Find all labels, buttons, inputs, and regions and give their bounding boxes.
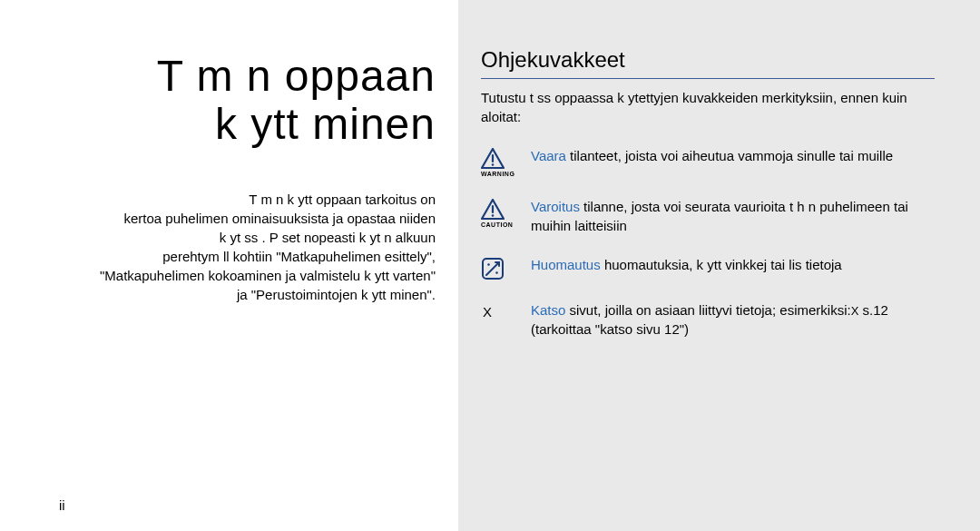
keyword: Katso xyxy=(531,302,565,318)
svg-point-1 xyxy=(492,163,495,166)
icon-row-warning: WARNING Vaara tilanteet, joista voi aihe… xyxy=(481,146,935,177)
desc-text: tilanteet, joista voi aiheutua vammoja s… xyxy=(566,148,893,163)
section-title: Ohjekuvakkeet xyxy=(481,47,935,79)
keyword: Huomautus xyxy=(531,257,601,272)
reference-x-icon: X xyxy=(483,304,492,320)
keyword: Vaara xyxy=(531,148,566,163)
icon-cell: CAUTION xyxy=(481,199,531,228)
desc-text-pre: sivut, joilla on asiaan liittyvi tietoja… xyxy=(565,302,850,318)
icon-row-reference: X Katso sivut, joilla on asiaan liittyvi… xyxy=(481,300,935,339)
desc-text: huomautuksia, k ytt vinkkej tai lis tiet… xyxy=(601,257,842,272)
left-page: T m n oppaan k ytt minen T m n k ytt opp… xyxy=(0,0,458,531)
svg-point-7 xyxy=(495,271,498,274)
intro-paragraph: T m n k ytt oppaan tarkoitus onkertoa pu… xyxy=(59,190,436,304)
icon-text: Katso sivut, joilla on asiaan liittyvi t… xyxy=(531,300,935,339)
title-line-1: T m n oppaan xyxy=(157,52,436,100)
page-title: T m n oppaan k ytt minen xyxy=(59,53,436,149)
icon-text: Huomautus huomautuksia, k ytt vinkkej ta… xyxy=(531,255,935,274)
icon-cell: X xyxy=(481,302,531,320)
icon-row-note: Huomautus huomautuksia, k ytt vinkkej ta… xyxy=(481,255,935,280)
icon-text: Varoitus tilanne, josta voi seurata vaur… xyxy=(531,197,935,235)
page-number: ii xyxy=(59,497,65,513)
title-line-2: k ytt minen xyxy=(215,100,436,148)
icon-label: CAUTION xyxy=(481,221,513,228)
icon-cell xyxy=(481,257,531,280)
icon-text: Vaara tilanteet, joista voi aiheutua vam… xyxy=(531,146,935,165)
right-page: Ohjekuvakkeet Tutustu t ss oppaassa k yt… xyxy=(458,0,980,531)
desc-text: tilanne, josta voi seurata vaurioita t h… xyxy=(531,199,908,233)
svg-point-6 xyxy=(487,263,490,266)
caution-triangle-icon xyxy=(481,199,505,220)
icon-label: WARNING xyxy=(481,171,514,177)
note-icon xyxy=(481,257,505,280)
warning-triangle-icon xyxy=(481,148,505,169)
icon-cell: WARNING xyxy=(481,148,531,177)
svg-point-3 xyxy=(492,214,495,217)
keyword: Varoitus xyxy=(531,199,580,214)
icon-row-caution: CAUTION Varoitus tilanne, josta voi seur… xyxy=(481,197,935,235)
section-intro: Tutustu t ss oppaassa k ytettyjen kuvakk… xyxy=(481,88,935,126)
